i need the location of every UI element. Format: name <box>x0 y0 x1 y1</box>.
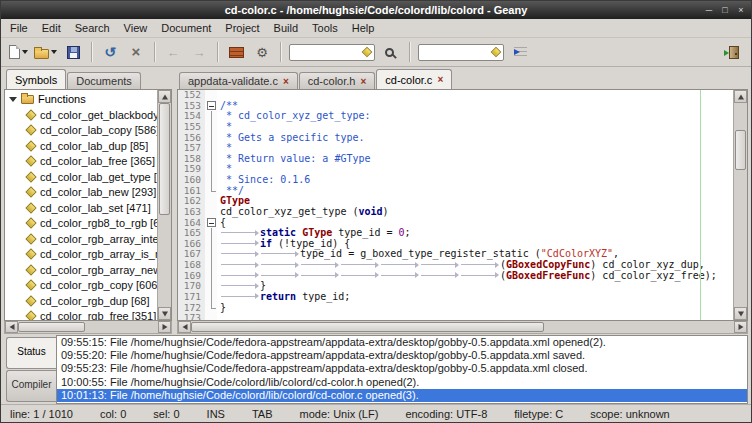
goto-line-button[interactable] <box>508 40 532 64</box>
symbol-item[interactable]: cd_color_rgb_array_interpolate [9 <box>5 231 157 247</box>
symbol-label: cd_color_lab_dup [85] <box>40 140 148 152</box>
tab-close-icon[interactable]: × <box>437 75 443 84</box>
dropdown-arrow-icon[interactable] <box>22 50 28 54</box>
close-file-button[interactable] <box>124 40 148 64</box>
method-icon <box>25 311 36 320</box>
menu-tools[interactable]: Tools <box>305 20 345 36</box>
scroll-up-arrow[interactable] <box>734 90 747 103</box>
status-message-row[interactable]: 09:55:15: File /home/hughsie/Code/fedora… <box>57 336 747 349</box>
code-line[interactable]: 172} <box>178 303 733 314</box>
message-tab-compiler[interactable]: Compiler <box>6 370 56 402</box>
scroll-left-arrow[interactable] <box>178 321 191 333</box>
menu-edit[interactable]: Edit <box>35 20 68 36</box>
fold-collapse-icon[interactable] <box>207 218 216 227</box>
menu-build[interactable]: Build <box>267 20 305 36</box>
build-button[interactable] <box>250 40 274 64</box>
tab-whitespace-arrow <box>220 271 260 279</box>
save-button[interactable] <box>61 40 85 64</box>
symbol-item[interactable]: cd_color_rgb_array_is_monotonic <box>5 247 157 263</box>
open-button[interactable] <box>32 40 59 64</box>
sidebar-tab-symbols[interactable]: Symbols <box>6 69 66 89</box>
sidebar-tab-documents[interactable]: Documents <box>67 72 141 89</box>
symbol-item[interactable]: cd_color_lab_get_type [203] <box>5 169 157 185</box>
close-button[interactable]: × <box>734 4 748 17</box>
symbol-tree[interactable]: Functions cd_color_get_blackbody_rgb [97… <box>5 90 157 320</box>
code-text: } <box>217 303 226 314</box>
symbol-item[interactable]: cd_color_rgb_dup [68] <box>5 293 157 309</box>
line-number: 155 <box>178 122 205 133</box>
symbol-item[interactable]: cd_color_rgb_free [351] <box>5 309 157 321</box>
status-message-row[interactable]: 09:55:20: File /home/hughsie/Code/fedora… <box>57 349 747 362</box>
tab-close-icon[interactable]: × <box>283 77 289 86</box>
toolbar-separator <box>91 42 92 62</box>
symbol-item[interactable]: cd_color_lab_new [293] <box>5 185 157 201</box>
symbol-item[interactable]: cd_color_lab_set [471] <box>5 200 157 216</box>
code-line[interactable]: 171return type_id; <box>178 292 733 303</box>
editor-tab-appdata-validate.c[interactable]: appdata-validate.c× <box>179 72 298 89</box>
find-button[interactable] <box>379 40 403 64</box>
geany-window: cd-color.c - /home/hughsie/Code/colord/l… <box>0 0 752 423</box>
scroll-thumb[interactable] <box>159 103 170 215</box>
menu-view[interactable]: View <box>117 20 155 36</box>
scroll-right-arrow[interactable] <box>158 321 171 333</box>
symbol-item[interactable]: cd_color_rgb_array_new [896] <box>5 262 157 278</box>
code-line[interactable]: 163cd_color_xyz_get_type (void) <box>178 207 733 218</box>
menu-search[interactable]: Search <box>68 20 117 36</box>
symbol-item[interactable]: cd_color_lab_dup [85] <box>5 138 157 154</box>
menu-document[interactable]: Document <box>154 20 218 36</box>
code-line[interactable]: 161 **/ <box>178 186 733 197</box>
fold-margin <box>205 164 217 175</box>
scroll-up-arrow[interactable] <box>158 90 171 103</box>
symbol-item[interactable]: cd_color_rgb8_to_rgb [626] <box>5 216 157 232</box>
symbol-item[interactable]: cd_color_rgb_copy [606] <box>5 278 157 294</box>
editor-text-area[interactable]: 152153/**154 * cd_color_xyz_get_type:155… <box>178 90 733 320</box>
method-icon <box>25 249 36 260</box>
code-line[interactable]: 173 <box>178 313 733 320</box>
code-line[interactable]: 154 * cd_color_xyz_get_type: <box>178 111 733 122</box>
message-tab-status[interactable]: Status <box>6 337 56 369</box>
fold-collapse-icon[interactable] <box>207 101 216 110</box>
revert-button[interactable] <box>98 40 122 64</box>
status-message-row[interactable]: 09:55:23: File /home/hughsie/Code/fedora… <box>57 362 747 375</box>
menu-project[interactable]: Project <box>218 20 266 36</box>
code-line[interactable]: 158 * Return value: a #GType <box>178 154 733 165</box>
expander-icon[interactable] <box>9 97 17 102</box>
scroll-thumb[interactable] <box>191 322 544 332</box>
compile-button[interactable] <box>224 40 248 64</box>
fold-margin <box>205 303 217 314</box>
scroll-thumb[interactable] <box>18 322 85 332</box>
scroll-left-arrow[interactable] <box>5 321 18 333</box>
code-line[interactable]: 152 <box>178 90 733 101</box>
code-text: return type_id; <box>217 292 350 303</box>
symbol-item[interactable]: cd_color_get_blackbody_rgb [97 <box>5 107 157 123</box>
symbol-root-functions[interactable]: Functions <box>5 91 157 107</box>
code-line[interactable]: 160 * Since: 0.1.6 <box>178 175 733 186</box>
fold-margin <box>205 196 217 207</box>
search-icon <box>385 48 394 57</box>
status-message-row[interactable]: 10:00:55: File /home/hughsie/Code/colord… <box>57 376 747 389</box>
editor-tab-cd-color.c[interactable]: cd-color.c× <box>376 69 452 89</box>
scroll-right-arrow[interactable] <box>734 321 747 333</box>
minimize-button[interactable]: ─ <box>702 4 716 17</box>
search-entry[interactable] <box>289 44 375 61</box>
maximize-button[interactable]: □ <box>718 4 732 17</box>
goto-entry[interactable] <box>418 44 504 61</box>
quit-button[interactable] <box>722 40 746 64</box>
dropdown-arrow-icon[interactable] <box>51 50 57 54</box>
editor-tab-cd-color.h[interactable]: cd-color.h× <box>299 72 376 89</box>
code-line[interactable]: 156 * Gets a specific type. <box>178 133 733 144</box>
symbol-item[interactable]: cd_color_lab_free [365] <box>5 154 157 170</box>
scroll-thumb[interactable] <box>735 130 746 171</box>
status-message-row[interactable]: 10:01:13: File /home/hughsie/Code/colord… <box>57 389 747 402</box>
scroll-down-arrow[interactable] <box>734 307 747 320</box>
scroll-down-arrow[interactable] <box>158 307 171 320</box>
entry-clear-icon[interactable] <box>491 47 502 58</box>
menu-file[interactable]: File <box>3 20 35 36</box>
menu-help[interactable]: Help <box>345 20 382 36</box>
statusbar: line: 1 / 1010col: 0sel: 0INSTABmode: Un… <box>1 404 751 422</box>
entry-clear-icon[interactable] <box>362 47 373 58</box>
tab-close-icon[interactable]: × <box>360 77 366 86</box>
symbol-item[interactable]: cd_color_lab_copy [586] <box>5 123 157 139</box>
code-token: ) <box>383 206 389 217</box>
new-button[interactable] <box>6 40 30 64</box>
